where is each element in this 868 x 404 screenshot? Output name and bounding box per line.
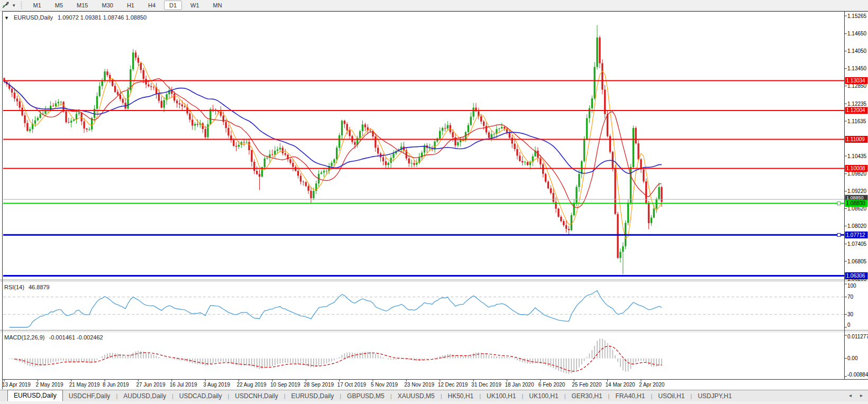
svg-text:1.07712: 1.07712 xyxy=(846,232,866,238)
date-label: 22 Aug 2019 xyxy=(237,382,267,388)
tab-fra40-h1[interactable]: FRA40,H1 xyxy=(609,391,651,401)
timeframe-button-w1[interactable]: W1 xyxy=(185,1,205,10)
rsi-tick-label: 0 xyxy=(847,322,851,328)
timeframe-button-m30[interactable]: M30 xyxy=(97,1,118,10)
svg-text:1.08850: 1.08850 xyxy=(846,195,864,200)
price-tick-label: 1.14650 xyxy=(847,31,867,36)
date-label: 10 Sep 2019 xyxy=(270,382,300,388)
timeframe-button-d1[interactable]: D1 xyxy=(164,1,182,10)
macd-tick-label: 0.00 xyxy=(847,355,858,361)
tab-eurusd-daily[interactable]: EURUSD,Daily xyxy=(286,391,340,401)
date-label: 6 Feb 2020 xyxy=(538,382,565,388)
macd-name: MACD(12,26,9) xyxy=(4,334,44,341)
date-label: 17 Oct 2019 xyxy=(337,382,367,388)
svg-text:1.12004: 1.12004 xyxy=(846,107,866,113)
tab-hk50-h1[interactable]: HK50,H1 xyxy=(442,391,480,401)
hline-handle[interactable] xyxy=(837,233,840,236)
date-label: 14 Mar 2020 xyxy=(606,382,636,388)
date-label: 13 Apr 2019 xyxy=(2,382,31,388)
price-tick-label: 1.07405 xyxy=(847,241,867,247)
date-label: 25 Feb 2020 xyxy=(572,382,602,388)
price-tick-label: 1.13450 xyxy=(847,66,867,71)
svg-text:1.08800: 1.08800 xyxy=(846,200,866,206)
tab-scroll-buttons: ◂ ▸ xyxy=(849,392,863,398)
chart-title: ▼ EURUSD,Daily 1.09072 1.09381 1.08746 1… xyxy=(4,14,147,21)
chart-tabs: EURUSD,DailyUSDCHF,Daily|AUDUSD,Daily|US… xyxy=(0,390,738,401)
chart-title-symbol: EURUSD,Daily xyxy=(14,14,53,21)
price-tick-label: 1.09220 xyxy=(847,188,867,194)
date-label: 16 Jul 2019 xyxy=(170,382,197,388)
tab-audusd-daily[interactable]: AUDUSD,Daily xyxy=(117,391,172,401)
tab-uk100-h1[interactable]: UK100,H1 xyxy=(523,391,564,401)
price-tick-label: 1.08020 xyxy=(847,223,867,229)
footer-strip xyxy=(0,401,868,404)
price-tick-label: 1.10435 xyxy=(847,153,867,159)
tab-usdchf-daily[interactable]: USDCHF,Daily xyxy=(63,391,116,401)
timeframe-button-h4[interactable]: H4 xyxy=(143,1,161,10)
rsi-value: 46.8879 xyxy=(29,284,50,290)
macd-indicator-label: MACD(12,26,9) -0.001461 -0.002462 xyxy=(4,334,103,341)
date-label: 3 Aug 2019 xyxy=(203,382,230,388)
rsi-indicator-label: RSI(14) 46.8879 xyxy=(4,284,50,290)
tab-eurusd-daily[interactable]: EURUSD,Daily xyxy=(7,390,63,401)
timeframe-button-m5[interactable]: M5 xyxy=(50,1,68,10)
tab-usdcad-daily[interactable]: USDCAD,Daily xyxy=(173,391,228,401)
mt4-window: ▾ M1M5M15M30H1H4D1W1MN 1.152651.146501.1… xyxy=(0,0,868,404)
date-label: 18 Jan 2020 xyxy=(505,382,534,388)
svg-text:1.10008: 1.10008 xyxy=(846,166,866,171)
timeframe-button-mn[interactable]: MN xyxy=(208,1,227,10)
dropdown-caret-icon[interactable]: ▾ xyxy=(13,3,15,8)
tab-uk100-h1[interactable]: UK100,H1 xyxy=(481,391,522,401)
tab-usdjpy-h1[interactable]: USDJPY,H1 xyxy=(692,391,737,401)
toolbar: ▾ M1M5M15M30H1H4D1W1MN xyxy=(0,0,868,11)
tab-ger30-h1[interactable]: GER30,H1 xyxy=(566,391,608,401)
chart-cursor-icon[interactable] xyxy=(2,2,11,9)
rsi-name: RSI(14) xyxy=(4,284,24,290)
date-label: 8 Jun 2019 xyxy=(103,382,129,388)
tab-scroll-left-icon[interactable]: ◂ xyxy=(849,392,852,398)
tab-usoil-h1[interactable]: USOil,H1 xyxy=(652,391,690,401)
date-label: 28 Sep 2019 xyxy=(304,382,334,388)
date-label: 21 May 2019 xyxy=(69,382,100,388)
toolbar-grip[interactable] xyxy=(21,2,22,9)
date-label: 27 Jun 2019 xyxy=(136,382,165,388)
rsi-tick-label: 30 xyxy=(847,311,854,317)
macd-tick-label: -0.008845 xyxy=(847,372,868,378)
svg-text:1.06306: 1.06306 xyxy=(846,273,866,279)
timeframe-button-m1[interactable]: M1 xyxy=(28,1,47,10)
svg-text:1.11009: 1.11009 xyxy=(846,136,865,142)
chart-title-ohlc: 1.09072 1.09381 1.08746 1.08850 xyxy=(58,14,147,21)
date-label: 2 May 2019 xyxy=(35,382,63,388)
timeframe-button-m15[interactable]: M15 xyxy=(71,1,93,10)
price-tick-label: 1.14050 xyxy=(847,48,867,54)
date-label: 5 Nov 2019 xyxy=(371,382,398,388)
chart-tab-bar: EURUSD,DailyUSDCHF,Daily|AUDUSD,Daily|US… xyxy=(0,390,868,401)
rsi-tick-label: 70 xyxy=(847,294,854,300)
macd-values: -0.001461 -0.002462 xyxy=(49,334,103,341)
price-tick-label: 1.11635 xyxy=(847,118,866,124)
hline-handle[interactable] xyxy=(837,202,840,205)
macd-tick-label: 0.011277 xyxy=(847,334,868,339)
tab-usdcnh-daily[interactable]: USDCNH,Daily xyxy=(229,391,284,401)
timeframe-button-h1[interactable]: H1 xyxy=(122,1,140,10)
date-label: 23 Nov 2019 xyxy=(404,382,434,388)
price-tick-label: 1.12235 xyxy=(847,101,867,107)
tab-gbpusd-m5[interactable]: GBPUSD,M5 xyxy=(341,391,390,401)
collapse-icon[interactable]: ▼ xyxy=(4,15,9,21)
chart-canvas: 1.152651.146501.140501.134501.128501.122… xyxy=(0,0,868,404)
tab-xauusd-m5[interactable]: XAUUSD,M5 xyxy=(392,391,441,401)
timeframe-buttons: M1M5M15M30H1H4D1W1MN xyxy=(26,1,229,10)
rsi-tick-label: 100 xyxy=(847,283,856,289)
date-label: 2 Apr 2020 xyxy=(639,382,665,388)
date-label: 31 Dec 2019 xyxy=(471,382,501,388)
price-tick-label: 1.06805 xyxy=(847,259,867,264)
svg-text:1.13034: 1.13034 xyxy=(846,78,866,84)
tab-scroll-right-icon[interactable]: ▸ xyxy=(860,392,863,398)
date-label: 12 Dec 2019 xyxy=(438,382,468,388)
price-tick-label: 1.15265 xyxy=(847,13,867,19)
